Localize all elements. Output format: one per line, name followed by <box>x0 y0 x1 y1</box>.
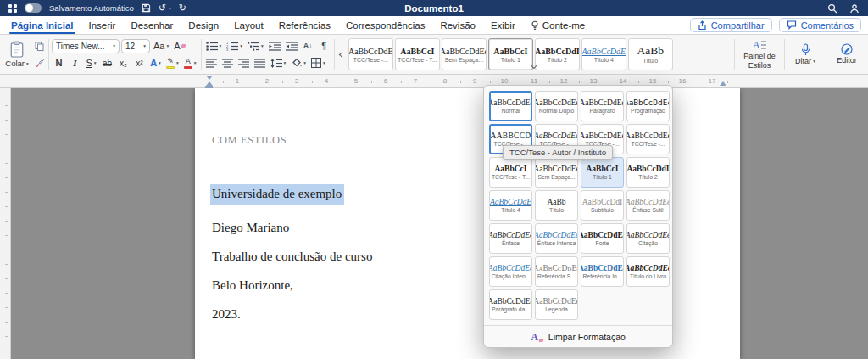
tab-layout[interactable]: Layout <box>226 16 271 34</box>
styles-pane-button[interactable]: A Painel de Estilos <box>737 37 782 71</box>
align-left-button[interactable] <box>204 56 219 70</box>
document-line[interactable]: Diego Mariano <box>212 221 289 235</box>
font-color-button[interactable]: A▾ <box>182 56 198 70</box>
undo-icon[interactable]: ↺▾ <box>159 3 171 14</box>
style-card-titulo-1[interactable]: AaBbCcITítulo 1 <box>488 38 533 70</box>
save-icon[interactable] <box>142 3 151 13</box>
search-icon[interactable] <box>827 3 837 14</box>
tab-correspondencias[interactable]: Correspondências <box>338 16 432 34</box>
style-card-tcc-tese-t[interactable]: AaBbCcITCC/Tese - T... <box>395 38 440 70</box>
style-card-titulo-4[interactable]: AaBbCcDdETítulo 4 <box>581 38 626 70</box>
text-effects-button[interactable]: A▾ <box>148 56 163 70</box>
panel-style-enfase-intensa[interactable]: AaBbCcDdEeÊnfase Intensa <box>535 223 578 254</box>
document-line-selected[interactable]: Universidade de exemplo <box>212 187 344 201</box>
panel-style-referencia-s[interactable]: AaBbCcDdEeReferência S... <box>535 256 578 287</box>
tab-conte-me[interactable]: Conte-me <box>523 16 593 34</box>
tab-pagina-inicial[interactable]: Página Inicial <box>3 16 81 34</box>
document-heading[interactable]: COM ESTILOS <box>212 134 287 147</box>
italic-button[interactable]: I <box>68 56 82 70</box>
ruler-number: 4 <box>325 77 328 85</box>
panel-style-titulo-do-livro[interactable]: AaBbCcDdEeTítulo do Livro <box>626 256 670 287</box>
clear-formatting-item[interactable]: A Limpar Formatação <box>484 325 672 347</box>
highlight-color-button[interactable]: ✎▾ <box>164 56 181 70</box>
app-grid-icon[interactable] <box>8 4 17 13</box>
change-case-button[interactable]: Aa▾ <box>152 39 170 53</box>
shading-button[interactable]: ▾ <box>289 56 308 70</box>
style-card-titulo-2[interactable]: AaBbCcDdITítulo 2 <box>535 38 580 70</box>
horizontal-ruler[interactable]: 1234567891011121314151617 <box>0 75 868 88</box>
show-paragraph-marks-button[interactable]: ¶ <box>317 39 331 53</box>
tab-inserir[interactable]: Inserir <box>81 16 124 34</box>
format-painter-icon[interactable] <box>32 56 46 69</box>
style-card-titulo[interactable]: AaBbTítulo <box>628 38 673 70</box>
bullet-list-button[interactable]: ▾ <box>204 39 224 53</box>
justify-button[interactable] <box>253 56 267 70</box>
copy-icon[interactable] <box>32 40 46 53</box>
ruler-number: 9 <box>473 77 476 85</box>
style-sample: AaBbCcI <box>493 47 527 56</box>
panel-style-forte[interactable]: AaBbCcDdEeForte <box>581 223 624 254</box>
panel-style-paragrafo-da[interactable]: AaBbCcDdEeParágrafo da... <box>489 289 532 320</box>
font-size-select[interactable]: 12▾ <box>121 39 150 53</box>
decrease-indent-button[interactable] <box>267 39 282 53</box>
strikethrough-button[interactable]: ab <box>100 56 114 70</box>
panel-style-referencia-in[interactable]: AaBbCcDdEeReferência In... <box>581 256 624 287</box>
tab-design[interactable]: Design <box>181 16 226 34</box>
panel-style-normal[interactable]: AaBbCcDdEeNormal <box>489 91 532 121</box>
tab-referencias[interactable]: Referências <box>271 16 338 34</box>
right-indent-marker[interactable] <box>720 81 726 86</box>
clear-formatting-button[interactable]: A <box>172 39 186 53</box>
panel-style-enfase-sutil[interactable]: AaBbCcDdEeÊnfase Sutil <box>626 190 670 221</box>
panel-style-tcc-tese-t[interactable]: AaBbCcITCC/Tese - T... <box>489 157 532 188</box>
align-center-button[interactable] <box>220 56 235 70</box>
tab-desenhar[interactable]: Desenhar <box>123 16 181 34</box>
align-right-button[interactable] <box>236 56 251 70</box>
multilevel-list-button[interactable]: ▾ <box>246 39 265 53</box>
sort-button[interactable]: A↓ <box>301 39 315 53</box>
bold-button[interactable]: N <box>52 56 66 70</box>
tab-revisao[interactable]: Revisão <box>432 16 483 34</box>
panel-style-citacao[interactable]: AaBbCcDdEeCitação <box>626 223 670 254</box>
panel-style-citacao-inten[interactable]: AaBbCcDdEeCitação Inten... <box>489 256 532 287</box>
editor-button[interactable]: Editor <box>829 37 865 71</box>
panel-style-tcc-tese[interactable]: AaBbCcDdEeTCC/Tese -... <box>626 124 670 154</box>
dictate-button[interactable]: Ditar▾ <box>787 37 823 71</box>
comments-button[interactable]: Comentários <box>779 18 861 32</box>
panel-style-titulo-4[interactable]: AaBbCcDdETítulo 4 <box>489 190 532 221</box>
subscript-button[interactable]: x₂ <box>116 56 131 70</box>
account-icon[interactable] <box>849 3 860 14</box>
underline-button[interactable]: S▾ <box>84 56 98 70</box>
panel-style-legenda[interactable]: AaBbCcDdEeLegenda <box>535 289 578 320</box>
increase-indent-button[interactable] <box>284 39 299 53</box>
panel-style-enfase[interactable]: AaBbCcDdEeÊnfase <box>489 223 532 254</box>
numbered-list-button[interactable]: 123▾ <box>225 39 244 53</box>
style-card-sem-espaca[interactable]: AaBbCcDdEeSem Espaça... <box>442 38 487 70</box>
document-line[interactable]: 2023. <box>212 307 241 322</box>
superscript-button[interactable]: x² <box>132 56 147 70</box>
panel-style-sem-espaca[interactable]: AaBbCcDdEeSem Espaça... <box>535 157 578 188</box>
paste-button[interactable]: Colar▾ <box>3 37 31 71</box>
panel-style-titulo-1[interactable]: AaBbCcITítulo 1 <box>581 157 624 188</box>
borders-button[interactable]: ▾ <box>309 56 327 70</box>
tab-exibir[interactable]: Exibir <box>483 16 523 34</box>
style-sample: AaBbCcDdEe <box>581 231 624 239</box>
left-indent-marker[interactable] <box>205 86 213 88</box>
first-line-indent-marker[interactable] <box>206 76 213 80</box>
panel-style-titulo[interactable]: AaBbTítulo <box>535 190 578 221</box>
font-name-select[interactable]: Times New...▾ <box>52 39 120 53</box>
panel-style-normal-duplo[interactable]: AaBbCcDdEeNormal Duplo <box>535 91 578 121</box>
panel-style-paragrafo[interactable]: AaBbCcDdEeParágrafo <box>581 91 624 121</box>
document-line[interactable]: Belo Horizonte, <box>212 278 293 293</box>
style-card-tcc-tese[interactable]: AaBbCcDdETCC/Tese -... <box>348 38 393 70</box>
line-spacing-button[interactable]: ▾ <box>269 56 288 70</box>
redo-icon[interactable]: ↻ <box>179 3 186 14</box>
panel-style-titulo-2[interactable]: AaBbCcDdITítulo 2 <box>626 157 670 188</box>
document-line[interactable]: Trabalho de conclusão de curso <box>212 250 372 264</box>
gallery-expand-icon[interactable] <box>532 56 537 71</box>
gallery-scroll-left-icon[interactable] <box>337 38 347 70</box>
autosave-toggle[interactable] <box>25 3 42 13</box>
panel-style-subtitulo[interactable]: AaBbCcDdISubtítulo <box>581 190 624 221</box>
share-button[interactable]: Compartilhar <box>690 18 772 32</box>
vertical-ruler[interactable] <box>0 88 11 359</box>
panel-style-programacao[interactable]: AaBbCcDdEeProgramação <box>626 91 670 121</box>
